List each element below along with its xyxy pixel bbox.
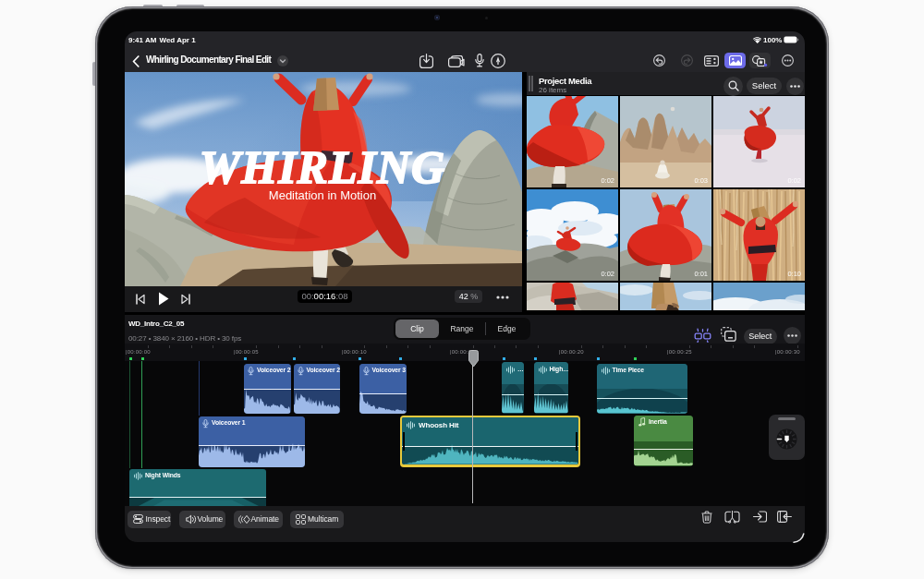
- svg-text:0:10: 0:10: [787, 270, 801, 278]
- svg-text:0:02: 0:02: [601, 270, 614, 278]
- svg-text:0:02: 0:02: [601, 176, 614, 185]
- svg-text:WHIRLING: WHIRLING: [200, 141, 445, 193]
- svg-text:0:03: 0:03: [694, 176, 708, 185]
- svg-text:0:01: 0:01: [694, 270, 708, 278]
- svg-text:Meditation in Motion: Meditation in Motion: [269, 188, 376, 202]
- svg-text:0:02: 0:02: [787, 176, 801, 185]
